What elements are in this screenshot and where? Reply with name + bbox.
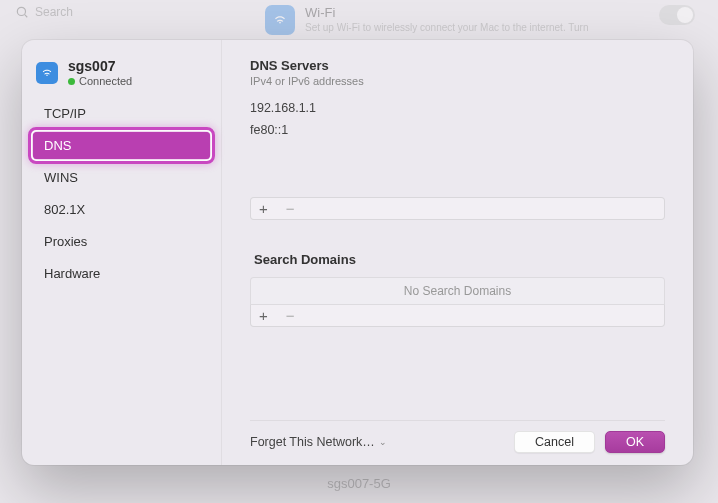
- modal-footer: Forget This Network… ⌄ Cancel OK: [250, 420, 665, 453]
- forget-network-button[interactable]: Forget This Network… ⌄: [250, 435, 387, 449]
- wifi-icon: [273, 13, 287, 27]
- bg-bottom-network: sgs007-5G: [327, 476, 391, 491]
- network-status: Connected: [68, 75, 132, 87]
- network-settings-modal: sgs007 Connected TCP/IP DNS WINS 802.1X …: [22, 40, 693, 465]
- search-domains-button-row: + −: [250, 305, 665, 327]
- search-icon: [15, 5, 29, 19]
- bg-search-field: Search: [15, 5, 73, 19]
- bg-search-placeholder: Search: [35, 5, 73, 19]
- dns-servers-list[interactable]: 192.168.1.1 fe80::1: [250, 97, 665, 141]
- dns-button-row: + −: [250, 197, 665, 220]
- remove-domain-button[interactable]: −: [284, 307, 297, 324]
- dns-server-row[interactable]: 192.168.1.1: [250, 97, 665, 119]
- tab-list: TCP/IP DNS WINS 802.1X Proxies Hardware: [22, 99, 221, 288]
- network-name: sgs007: [68, 58, 132, 74]
- tab-wins[interactable]: WINS: [32, 163, 211, 192]
- forget-network-label: Forget This Network…: [250, 435, 375, 449]
- add-dns-button[interactable]: +: [257, 200, 270, 217]
- svg-point-0: [17, 7, 25, 15]
- bg-wifi-subtitle: Set up Wi-Fi to wirelessly connect your …: [305, 22, 588, 33]
- ok-button[interactable]: OK: [605, 431, 665, 453]
- wifi-toggle: [659, 5, 695, 25]
- bg-wifi-title: Wi-Fi: [305, 5, 588, 20]
- bg-bottom-bar: sgs007-5G: [15, 468, 703, 498]
- svg-line-1: [25, 15, 28, 18]
- network-header: sgs007 Connected: [22, 52, 221, 99]
- modal-content: DNS Servers IPv4 or IPv6 addresses 192.1…: [222, 40, 693, 465]
- search-domains-empty[interactable]: No Search Domains: [250, 277, 665, 305]
- bg-wifi-card: Wi-Fi Set up Wi-Fi to wirelessly connect…: [255, 0, 703, 40]
- dns-servers-title: DNS Servers: [250, 58, 665, 73]
- tab-hardware[interactable]: Hardware: [32, 259, 211, 288]
- cancel-button[interactable]: Cancel: [514, 431, 595, 453]
- tab-8021x[interactable]: 802.1X: [32, 195, 211, 224]
- dns-servers-subtitle: IPv4 or IPv6 addresses: [250, 75, 665, 87]
- dns-server-row[interactable]: fe80::1: [250, 119, 665, 141]
- add-domain-button[interactable]: +: [257, 307, 270, 324]
- wifi-icon: [41, 67, 53, 79]
- tab-proxies[interactable]: Proxies: [32, 227, 211, 256]
- wifi-icon-box: [265, 5, 295, 35]
- tab-dns[interactable]: DNS: [32, 131, 211, 160]
- network-status-label: Connected: [79, 75, 132, 87]
- search-domains-title: Search Domains: [250, 252, 665, 267]
- chevron-down-icon: ⌄: [379, 437, 387, 447]
- network-icon-box: [36, 62, 58, 84]
- modal-sidebar: sgs007 Connected TCP/IP DNS WINS 802.1X …: [22, 40, 222, 465]
- remove-dns-button[interactable]: −: [284, 200, 297, 217]
- status-dot-icon: [68, 78, 75, 85]
- tab-tcpip[interactable]: TCP/IP: [32, 99, 211, 128]
